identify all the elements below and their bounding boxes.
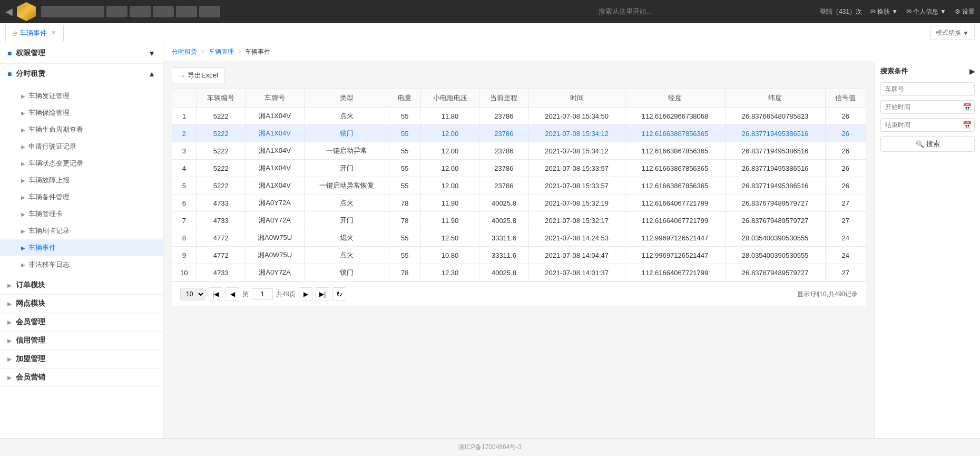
table-row[interactable]: 104733湘A0Y72A锁门7812.3040025.82021-07-08 … <box>172 264 866 282</box>
col-header-vehicle-no: 车辆编号 <box>196 89 246 108</box>
nav-pill-2[interactable] <box>106 6 128 17</box>
sidebar-section-quanxian[interactable]: ■ 权限管理 ▼ <box>0 43 163 64</box>
sidebar-item-illegal-move[interactable]: ▶ 非法移车日志 <box>0 256 163 273</box>
table-row[interactable]: 94772湘A0W75U点火5510.8033311.62021-07-08 1… <box>172 247 866 264</box>
first-page-btn[interactable]: |◀ <box>209 287 222 301</box>
table-row[interactable]: 35222湘A1X04V一键启动异常5512.00237862021-07-08… <box>172 142 866 160</box>
calendar-icon-start[interactable]: 📅 <box>963 103 972 111</box>
sidebar-item-fault[interactable]: ▶ 车辆故障上报 <box>0 172 163 189</box>
table-row[interactable]: 45222湘A1X04V开门5512.00237862021-07-08 15:… <box>172 160 866 177</box>
logo-area: ◀ <box>5 2 36 21</box>
data-table: 车辆编号 车牌号 类型 电量 小电瓶电压 当前里程 时间 经度 纬度 信号值 <box>172 89 866 282</box>
footer: 湘ICP备17004864号-3 <box>0 438 980 456</box>
sidebar-section-order[interactable]: ▶ 订单模块 <box>0 276 163 295</box>
sidebar-section-fenshizulin[interactable]: ■ 分时租赁 ▲ <box>0 64 163 84</box>
arrow-icon-join: ▶ <box>7 356 12 362</box>
sidebar-item-status-change[interactable]: ▶ 车辆状态变更记录 <box>0 155 163 172</box>
table-row[interactable]: 64733湘A0Y72A点火7811.9040025.82021-07-08 1… <box>172 195 866 212</box>
tab-vehicle-event[interactable]: e 车辆事件 ✕ <box>5 25 64 42</box>
arrow-icon-11: ▶ <box>21 262 25 268</box>
tab-close-icon[interactable]: ✕ <box>51 30 56 36</box>
prev-page-btn[interactable]: ◀ <box>226 287 239 301</box>
breadcrumb-item-1[interactable]: 分时租赁 <box>172 48 197 55</box>
col-header-plate: 车牌号 <box>246 89 304 108</box>
start-time-input[interactable] <box>880 100 975 114</box>
sidebar-section-member[interactable]: ▶ 会员管理 <box>0 313 163 332</box>
export-excel-btn[interactable]: → 导出Excel <box>172 67 225 83</box>
main-layout: ■ 权限管理 ▼ ■ 分时租赁 ▲ ▶ 车辆发证管理 ▶ 车辆保险管理 ▶ <box>0 43 980 438</box>
chevron-down-icon: ▼ <box>891 8 898 15</box>
nav-pill-3[interactable] <box>130 6 151 17</box>
plate-search-input[interactable] <box>880 82 975 96</box>
fenshizulin-label: 分时租赁 <box>16 69 45 79</box>
pagination-bar: 10 20 50 |◀ ◀ 第 共49页 ▶ ▶| ↻ 显示1到10,共490记… <box>172 282 866 306</box>
sidebar-item-lifecycle[interactable]: ▶ 车辆生命周期查看 <box>0 121 163 138</box>
page-label: 第 <box>242 290 249 299</box>
sidebar-section-marketing[interactable]: ▶ 会员营销 <box>0 368 163 387</box>
content-area: 分时租赁 > 车辆管理 > 车辆事件 → 导出Excel <box>163 43 980 438</box>
refresh-btn[interactable]: ↻ <box>332 287 346 301</box>
settings-btn[interactable]: ⚙ 设置 <box>955 7 975 16</box>
search-submit-btn[interactable]: 🔍 搜索 <box>880 136 975 152</box>
arrow-icon-marketing: ▶ <box>7 375 12 381</box>
tab-icon-vehicle: e <box>13 29 17 37</box>
sidebar-item-spare-parts[interactable]: ▶ 车辆备件管理 <box>0 189 163 206</box>
start-time-wrapper: 📅 <box>880 100 975 114</box>
nav-pill-6[interactable] <box>199 6 220 17</box>
col-header-type: 类型 <box>304 89 389 108</box>
search-icon: 🔍 <box>916 140 924 148</box>
col-header-voltage: 小电瓶电压 <box>421 89 479 108</box>
sidebar-item-chuliangfazheng[interactable]: ▶ 车辆发证管理 <box>0 88 163 104</box>
last-page-btn[interactable]: ▶| <box>316 287 329 301</box>
top-right-area: 登陆（431）次 ✉ 换肤 ▼ ✉ 个人信息 ▼ ⚙ 设置 <box>820 7 975 16</box>
table-area: → 导出Excel 车辆编号 车牌号 类型 电量 小电瓶电压 <box>163 61 875 438</box>
sidebar-item-jiashizheng[interactable]: ▶ 申请行驶证记录 <box>0 138 163 155</box>
search-panel: 搜索条件 ▶ 📅 📅 🔍 搜索 <box>875 61 980 438</box>
table-row[interactable]: 55222湘A1X04V一键启动异常恢复5512.00237862021-07-… <box>172 177 866 195</box>
table-row[interactable]: 74733湘A0Y72A开门7811.9040025.82021-07-08 1… <box>172 212 866 229</box>
mode-switch-btn[interactable]: 模式切换 ▼ <box>930 26 975 40</box>
gear-icon: ⚙ <box>955 8 961 15</box>
total-pages-label: 共49页 <box>276 290 296 299</box>
profile-btn[interactable]: ✉ 个人信息 ▼ <box>906 7 946 16</box>
col-header-signal: 信号值 <box>825 89 866 108</box>
breadcrumb-item-3: 车辆事件 <box>245 48 270 55</box>
sidebar-item-baoxian[interactable]: ▶ 车辆保险管理 <box>0 104 163 121</box>
sidebar-section-join[interactable]: ▶ 加盟管理 <box>0 350 163 368</box>
col-header-time: 时间 <box>528 89 625 108</box>
arrow-icon-1: ▶ <box>21 93 25 99</box>
switch-skin-btn[interactable]: ✉ 换肤 ▼ <box>870 7 898 16</box>
arrow-icon-10: ▶ <box>21 245 25 251</box>
table-row[interactable]: 25222湘A1X04V锁门5512.00237862021-07-08 15:… <box>172 125 866 142</box>
page-input[interactable] <box>252 288 273 300</box>
end-time-input[interactable] <box>880 118 975 132</box>
sidebar-section-credit[interactable]: ▶ 信用管理 <box>0 332 163 350</box>
nav-pill-5[interactable] <box>176 6 197 17</box>
page-summary: 显示1到10,共490记录 <box>797 290 858 299</box>
nav-pill-4[interactable] <box>153 6 174 17</box>
sidebar: ■ 权限管理 ▼ ■ 分时租赁 ▲ ▶ 车辆发证管理 ▶ 车辆保险管理 ▶ <box>0 43 163 438</box>
chevron-right-icon-search[interactable]: ▶ <box>969 67 975 75</box>
nav-pills <box>41 6 430 17</box>
sidebar-item-card-record[interactable]: ▶ 车辆刷卡记录 <box>0 222 163 239</box>
search-bar[interactable]: 搜索从这里开始... <box>430 7 820 16</box>
arrow-icon-8: ▶ <box>21 211 25 217</box>
breadcrumb: 分时租赁 > 车辆管理 > 车辆事件 <box>163 43 980 61</box>
col-header-mileage: 当前里程 <box>479 89 528 108</box>
col-header-latitude: 纬度 <box>725 89 825 108</box>
sidebar-item-vehicle-event[interactable]: ▶ 车辆事件 <box>0 239 163 256</box>
arrow-icon-4: ▶ <box>21 144 25 150</box>
arrow-icon-network: ▶ <box>7 301 12 307</box>
back-arrow-icon[interactable]: ◀ <box>5 6 13 17</box>
nav-pill-1[interactable] <box>41 6 104 17</box>
table-row[interactable]: 84772湘A0W75U熄火5512.5033311.62021-07-08 1… <box>172 229 866 247</box>
calendar-icon-end[interactable]: 📅 <box>963 121 972 129</box>
tab-bar: e 车辆事件 ✕ 模式切换 ▼ <box>0 23 980 43</box>
table-row[interactable]: 15222湘A1X04V点火5511.80237862021-07-08 15:… <box>172 108 866 125</box>
breadcrumb-item-2[interactable]: 车辆管理 <box>209 48 234 55</box>
chevron-down-icon-mode: ▼ <box>963 30 969 37</box>
sidebar-section-network[interactable]: ▶ 网点模块 <box>0 295 163 313</box>
sidebar-item-mgmt-card[interactable]: ▶ 车辆管理卡 <box>0 206 163 222</box>
next-page-btn[interactable]: ▶ <box>299 287 312 301</box>
page-size-select[interactable]: 10 20 50 <box>180 288 205 300</box>
